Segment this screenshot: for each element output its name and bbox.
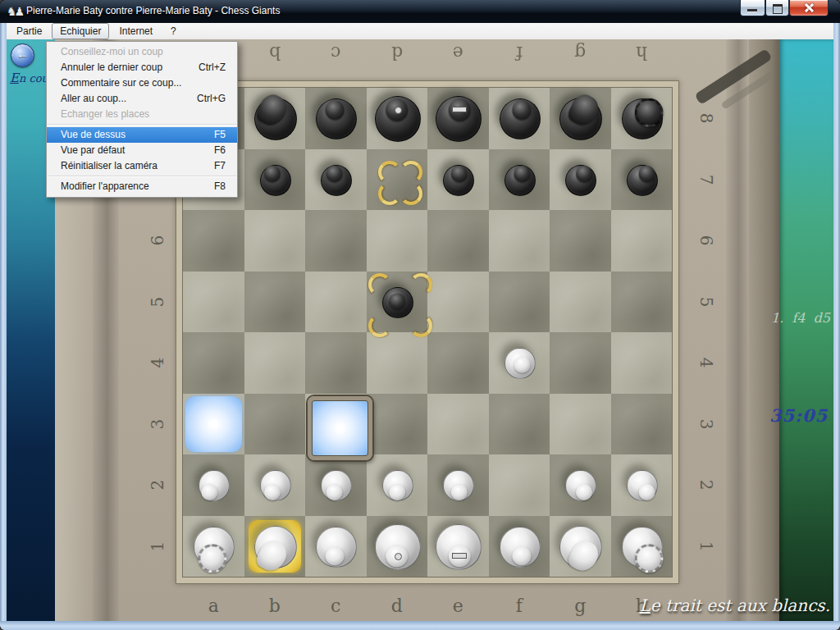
piece-black-pawn-b7[interactable] xyxy=(260,165,291,196)
title-bar[interactable]: ♞♟ Pierre-Marie Baty contre Pierre-Marie… xyxy=(0,0,840,23)
file-label-bottom-d: d xyxy=(367,596,428,616)
square-f3[interactable] xyxy=(489,394,550,455)
piece-black-knight-b8[interactable] xyxy=(254,98,297,140)
file-label-top-b: b xyxy=(244,43,306,63)
window-border-right xyxy=(833,23,840,630)
piece-white-pawn-f4[interactable] xyxy=(504,348,536,379)
table-groove-right xyxy=(726,39,749,621)
piece-head xyxy=(264,484,281,500)
menu-item-r-initialiser-la-cam-ra[interactable]: Réinitialiser la caméraF7 xyxy=(47,158,237,174)
square-g6[interactable] xyxy=(550,210,611,272)
square-d4[interactable] xyxy=(367,332,428,394)
piece-white-bishop-c1[interactable] xyxy=(316,527,357,568)
piece-head xyxy=(514,357,530,373)
square-e5[interactable] xyxy=(427,272,489,333)
square-f6[interactable] xyxy=(489,210,550,272)
piece-white-knight-g1[interactable] xyxy=(559,526,602,568)
square-b4[interactable] xyxy=(244,332,306,394)
piece-white-rook-h1[interactable] xyxy=(622,527,663,568)
piece-head xyxy=(202,484,218,500)
menubar-item-echiquier[interactable]: Echiquier xyxy=(52,23,109,39)
piece-head xyxy=(198,545,226,573)
piece-black-pawn-h7[interactable] xyxy=(627,165,658,196)
square-c4[interactable] xyxy=(305,332,367,394)
square-a6[interactable] xyxy=(183,210,244,272)
square-d3[interactable] xyxy=(367,394,428,455)
piece-black-bishop-f8[interactable] xyxy=(500,98,541,139)
menu-item-commentaire-sur-ce-coup[interactable]: Commentaire sur ce coup... xyxy=(47,75,237,91)
back-button[interactable]: ← xyxy=(11,43,34,67)
file-label-bottom-a: a xyxy=(183,596,244,616)
king-crest xyxy=(452,107,467,112)
piece-white-pawn-b2[interactable] xyxy=(260,470,291,501)
square-e6[interactable] xyxy=(427,210,489,272)
file-label-bottom-b: b xyxy=(244,596,306,616)
piece-black-pawn-f7[interactable] xyxy=(504,165,536,196)
square-e3[interactable] xyxy=(427,394,489,455)
piece-white-king-e1[interactable] xyxy=(436,524,482,570)
gold-corner-mark xyxy=(409,314,432,337)
square-f5[interactable] xyxy=(489,272,550,333)
square-b6[interactable] xyxy=(244,210,306,272)
piece-black-pawn-d5[interactable] xyxy=(382,287,413,318)
minimize-button[interactable] xyxy=(740,0,765,16)
window-title: Pierre-Marie Baty contre Pierre-Marie Ba… xyxy=(26,5,280,16)
menu-item-aller-au-coup[interactable]: Aller au coup...Ctrl+G xyxy=(47,91,237,107)
square-h5[interactable] xyxy=(611,272,673,333)
square-a5[interactable] xyxy=(183,272,244,333)
square-f2[interactable] xyxy=(489,454,550,516)
rank-label-left-5: 5 xyxy=(148,292,167,312)
menu-item-modifier-l-apparence[interactable]: Modifier l'apparenceF8 xyxy=(47,179,237,194)
piece-head xyxy=(451,166,468,182)
menu-item-vue-par-d-faut[interactable]: Vue par défautF6 xyxy=(47,143,237,158)
piece-head xyxy=(325,101,344,120)
piece-head xyxy=(389,293,405,309)
square-h3[interactable] xyxy=(611,394,673,455)
rank-label-right-5: 5 xyxy=(696,292,716,312)
close-button[interactable] xyxy=(789,0,829,16)
square-b5[interactable] xyxy=(244,272,306,333)
square-d6[interactable] xyxy=(367,210,428,272)
square-c5[interactable] xyxy=(305,272,367,333)
piece-black-queen-d8[interactable] xyxy=(375,96,421,142)
game-clock: 35:05 xyxy=(769,405,833,426)
piece-black-pawn-g7[interactable] xyxy=(565,165,596,196)
square-h6[interactable] xyxy=(611,210,673,272)
piece-white-knight-b1[interactable] xyxy=(254,526,297,568)
piece-white-bishop-f1[interactable] xyxy=(500,527,541,568)
square-h4[interactable] xyxy=(611,332,673,394)
piece-white-rook-a1[interactable] xyxy=(194,527,235,568)
menu-item-shortcut: F6 xyxy=(214,143,226,158)
move-target-highlight[interactable] xyxy=(185,396,242,453)
chess-board[interactable] xyxy=(183,88,672,577)
square-g4[interactable] xyxy=(550,332,611,394)
piece-white-pawn-d2[interactable] xyxy=(382,470,413,501)
square-e4[interactable] xyxy=(427,332,489,394)
file-label-top-d: d xyxy=(367,43,428,63)
gold-corner-mark xyxy=(399,182,422,205)
piece-white-queen-d1[interactable] xyxy=(375,524,421,570)
piece-black-pawn-e7[interactable] xyxy=(443,165,474,196)
square-c6[interactable] xyxy=(305,210,367,272)
square-b3[interactable] xyxy=(244,394,306,455)
minimize-icon xyxy=(747,9,757,11)
square-a4[interactable] xyxy=(183,332,244,394)
menubar-item-internet[interactable]: Internet xyxy=(111,23,161,39)
hovered-target-highlight[interactable] xyxy=(308,396,372,461)
menu-item-vue-de-dessus[interactable]: Vue de dessusF5 xyxy=(47,127,237,143)
square-g5[interactable] xyxy=(550,272,611,333)
menu-item-annuler-le-dernier-coup[interactable]: Annuler le dernier coupCtrl+Z xyxy=(47,60,237,75)
menu-item-shortcut: F8 xyxy=(214,179,226,194)
piece-white-pawn-h2[interactable] xyxy=(627,470,658,501)
piece-black-pawn-c7[interactable] xyxy=(321,165,352,196)
square-g3[interactable] xyxy=(550,394,611,455)
menu-item-label: Commentaire sur ce coup... xyxy=(61,77,181,89)
menubar-item-partie[interactable]: Partie xyxy=(8,23,50,39)
rank-label-left-4: 4 xyxy=(148,353,167,372)
piece-black-rook-h8[interactable] xyxy=(622,98,663,139)
menubar-item-?[interactable]: ? xyxy=(162,23,185,39)
maximize-button[interactable] xyxy=(765,0,789,16)
piece-head xyxy=(638,166,655,182)
rank-label-left-1: 1 xyxy=(148,536,167,556)
gold-corner-mark xyxy=(378,161,401,184)
